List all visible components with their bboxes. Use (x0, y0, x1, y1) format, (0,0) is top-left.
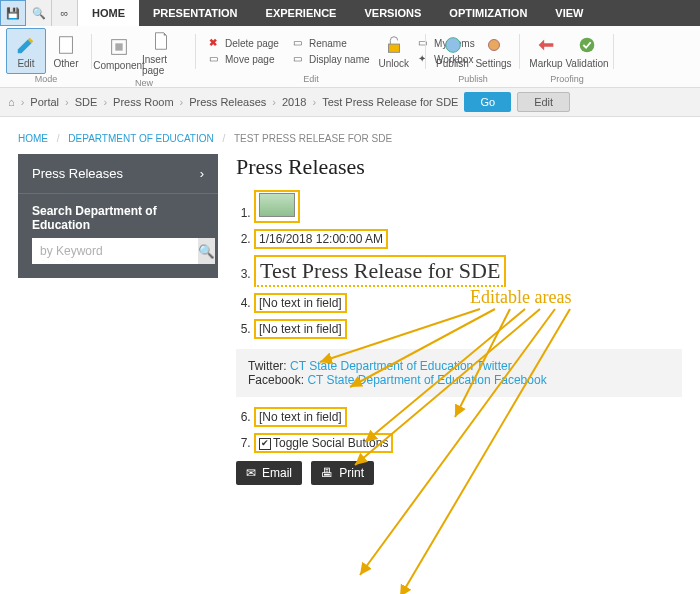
save-icon[interactable]: 💾 (0, 0, 26, 26)
group-proofing-label: Proofing (526, 74, 608, 85)
move-page-button[interactable]: ▭Move page (206, 52, 282, 66)
editable-datetime[interactable]: 1/16/2018 12:00:00 AM (254, 229, 388, 249)
path-seg[interactable]: 2018 (282, 96, 306, 108)
globe-icon (442, 34, 464, 56)
path-seg[interactable]: Portal (30, 96, 59, 108)
sidebar-title-row[interactable]: Press Releases › (18, 154, 218, 194)
rename-button[interactable]: ▭Rename (290, 36, 373, 50)
unlock-icon (383, 34, 405, 56)
editable-field-6[interactable]: [No text in field] (254, 407, 347, 427)
path-seg[interactable]: Test Press Release for SDE (322, 96, 458, 108)
delete-icon: ✖ (209, 37, 221, 49)
svg-point-4 (445, 37, 460, 52)
markup-button[interactable]: Markup (526, 28, 566, 74)
page-body: HOME / DEPARTMENT OF EDUCATION / TEST PR… (0, 117, 700, 501)
search-icon[interactable]: 🔍 (26, 0, 52, 26)
print-icon: 🖶 (321, 466, 333, 480)
top-tabbar: 💾 🔍 ∞ HOME PRESENTATION EXPERIENCE VERSI… (0, 0, 700, 26)
check-icon (576, 34, 598, 56)
other-mode-button[interactable]: Other (46, 28, 86, 74)
delete-page-button[interactable]: ✖Delete page (206, 36, 282, 50)
twitter-link[interactable]: CT State Department of Education Twitter (290, 359, 512, 373)
svg-point-6 (580, 37, 595, 52)
component-label: Component (93, 60, 145, 71)
tab-optimization[interactable]: OPTIMIZATION (435, 0, 541, 26)
envelope-icon: ✉ (246, 466, 256, 480)
other-label: Other (53, 58, 78, 69)
gear-icon (483, 34, 505, 56)
display-icon: ▭ (293, 53, 305, 65)
path-bar: ⌂ ›Portal ›SDE ›Press Room ›Press Releas… (0, 88, 700, 117)
magnifier-icon: 🔍 (198, 244, 215, 259)
svg-rect-3 (388, 44, 399, 52)
component-button[interactable]: Component (98, 28, 140, 78)
component-icon (108, 36, 130, 58)
search-label: Search Department of Education (18, 194, 218, 238)
sidebar: Press Releases › Search Department of Ed… (18, 154, 218, 278)
breadcrumb: HOME / DEPARTMENT OF EDUCATION / TEST PR… (18, 133, 682, 144)
crumb-home[interactable]: HOME (18, 133, 48, 144)
edit-button[interactable]: Edit (517, 92, 570, 112)
settings-button[interactable]: Settings (473, 28, 514, 74)
rename-icon: ▭ (293, 37, 305, 49)
unlock-button[interactable]: Unlock (377, 28, 412, 74)
sidebar-title: Press Releases (32, 166, 123, 181)
path-seg[interactable]: Press Releases (189, 96, 266, 108)
tab-home[interactable]: HOME (78, 0, 139, 26)
editable-title[interactable]: Test Press Release for SDE (254, 255, 506, 287)
content-area: Press Releases 1/16/2018 12:00:00 AM Tes… (236, 154, 682, 485)
facebook-label: Facebook: (248, 373, 304, 387)
chevron-right-icon: › (200, 166, 204, 181)
email-button[interactable]: ✉Email (236, 461, 302, 485)
page-icon (55, 34, 77, 56)
facebook-link[interactable]: CT State Department of Education Faceboo… (307, 373, 546, 387)
move-icon: ▭ (209, 53, 221, 65)
go-button[interactable]: Go (464, 92, 511, 112)
search-button[interactable]: 🔍 (198, 238, 215, 264)
markup-icon (535, 34, 557, 56)
editable-toggle-social[interactable]: Toggle Social Buttons (254, 433, 393, 453)
pencil-icon (15, 34, 37, 56)
display-name-button[interactable]: ▭Display name (290, 52, 373, 66)
tab-versions[interactable]: VERSIONS (350, 0, 435, 26)
twitter-label: Twitter: (248, 359, 287, 373)
svg-rect-0 (60, 36, 73, 53)
crumb-dept[interactable]: DEPARTMENT OF EDUCATION (68, 133, 213, 144)
tab-view[interactable]: VIEW (541, 0, 597, 26)
social-box: Twitter: CT State Department of Educatio… (236, 349, 682, 397)
validation-button[interactable]: Validation (566, 28, 608, 74)
path-seg[interactable]: Press Room (113, 96, 174, 108)
svg-point-5 (488, 39, 499, 50)
publish-button[interactable]: Publish (432, 28, 473, 74)
newpage-icon (150, 30, 172, 52)
search-input[interactable] (32, 238, 198, 264)
print-button[interactable]: 🖶Print (311, 461, 374, 485)
tab-presentation[interactable]: PRESENTATION (139, 0, 252, 26)
link-icon[interactable]: ∞ (52, 0, 78, 26)
page-heading: Press Releases (236, 154, 682, 180)
thumbnail-icon (259, 193, 295, 217)
tab-experience[interactable]: EXPERIENCE (252, 0, 351, 26)
insertpage-label: Insert page (142, 54, 180, 76)
svg-rect-2 (115, 43, 122, 50)
group-edit-label: Edit (202, 74, 420, 85)
editable-image[interactable] (254, 190, 300, 223)
ribbon: Edit Other Mode Component Insert page Ne… (0, 26, 700, 88)
editable-field-4[interactable]: [No text in field] (254, 293, 347, 313)
home-icon[interactable]: ⌂ (8, 96, 15, 108)
crumb-page: TEST PRESS RELEASE FOR SDE (234, 133, 392, 144)
group-new-label: New (98, 78, 190, 89)
path-seg[interactable]: SDE (75, 96, 98, 108)
edit-mode-button[interactable]: Edit (6, 28, 46, 74)
edit-label: Edit (17, 58, 34, 69)
group-publish-label: Publish (432, 74, 514, 85)
editable-field-5[interactable]: [No text in field] (254, 319, 347, 339)
insert-page-button[interactable]: Insert page (140, 28, 182, 78)
checkbox-icon (259, 438, 271, 450)
group-mode-label: Mode (6, 74, 86, 85)
